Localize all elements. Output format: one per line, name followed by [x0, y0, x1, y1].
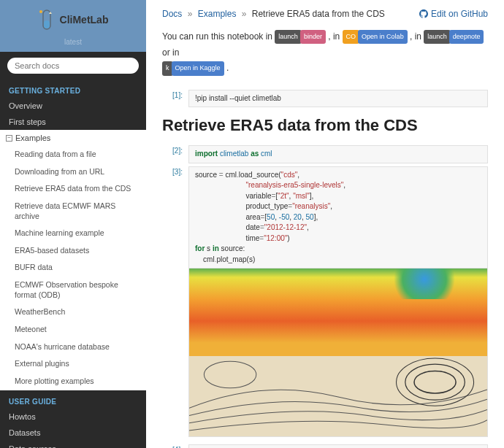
sub-meteonet[interactable]: Meteonet [0, 321, 146, 339]
edit-on-github[interactable]: Edit on GitHub [419, 9, 488, 19]
sidebar: CliMetLab latest GETTING STARTED Overvie… [0, 0, 146, 448]
cell-4-prompt: [4]: [162, 444, 183, 448]
breadcrumb-sep: » [188, 9, 193, 19]
sub-noaa[interactable]: NOAA's hurricane database [0, 339, 146, 356]
cell-1: [1]: !pip install --quiet climetlab [162, 90, 488, 108]
top-row: Docs » Examples » Retrieve ERA5 data fro… [162, 9, 488, 19]
sub-bufr[interactable]: BUFR data [0, 259, 146, 277]
run-notebook-line: You can run this notebook in launchbinde… [162, 29, 488, 77]
sub-download-url[interactable]: Downloading from an URL [0, 163, 146, 181]
breadcrumb-root[interactable]: Docs [162, 9, 182, 19]
nav-datasets[interactable]: Datasets [0, 425, 146, 441]
nav-examples-group: − Examples Reading data from a file Down… [0, 130, 146, 390]
sub-era5-datasets[interactable]: ERA5-based datasets [0, 242, 146, 260]
logo[interactable]: CliMetLab [9, 7, 137, 35]
logo-icon [38, 7, 56, 32]
badge-binder-r[interactable]: binder [300, 30, 326, 44]
breadcrumb-current: Retrieve ERA5 data from the CDS [252, 9, 385, 19]
nav-data-sources[interactable]: Data sources [0, 441, 146, 448]
sub-reading-data[interactable]: Reading data from a file [0, 146, 146, 163]
cell-4: [4]: source = cml.load_source("cds", "re… [162, 444, 488, 448]
collapse-icon: − [6, 135, 12, 142]
badge-binder-l[interactable]: launch [275, 30, 302, 44]
badge-colab-l[interactable]: CO [343, 30, 360, 44]
sidebar-header: CliMetLab latest [0, 0, 146, 52]
sub-weatherbench[interactable]: WeatherBench [0, 304, 146, 321]
badge-deepnote-r[interactable]: deepnote [449, 30, 484, 44]
cell-3-code: source = cml.load_source("cds", "reanaly… [188, 166, 488, 269]
breadcrumb: Docs » Examples » Retrieve ERA5 data fro… [162, 9, 385, 19]
breadcrumb-examples[interactable]: Examples [198, 9, 237, 19]
output-maps [188, 269, 488, 437]
badge-deepnote-l[interactable]: launch [424, 30, 451, 44]
sub-ecmwf-mars[interactable]: Retrieve data ECMWF MARS archive [0, 198, 146, 225]
section-getting-started: GETTING STARTED [0, 80, 146, 98]
github-icon [419, 9, 428, 18]
svg-point-2 [39, 10, 42, 13]
nav-examples-label: Examples [15, 134, 50, 142]
sub-era5-cds[interactable]: Retrieve ERA5 data from the CDS [0, 180, 146, 198]
main-content: Docs » Examples » Retrieve ERA5 data fro… [146, 0, 504, 448]
cell-3: [3]: source = cml.load_source("cds", "re… [162, 166, 488, 438]
cell-1-code: !pip install --quiet climetlab [188, 90, 488, 108]
version-label: latest [9, 38, 137, 46]
cell-2-prompt: [2]: [162, 145, 183, 163]
cell-4-code: source = cml.load_source("cds", "reanaly… [188, 444, 488, 448]
breadcrumb-sep: » [242, 9, 247, 19]
nav-overview[interactable]: Overview [0, 98, 146, 114]
site-name: CliMetLab [60, 14, 109, 26]
page-title: Retrieve ERA5 data from the CDS [162, 116, 488, 135]
badge-kaggle-r[interactable]: Open in Kaggle [172, 61, 224, 75]
nav-examples[interactable]: − Examples [0, 130, 146, 146]
cell-3-prompt: [3]: [162, 166, 183, 438]
nav-howtos[interactable]: Howtos [0, 409, 146, 425]
svg-point-6 [204, 361, 256, 388]
section-user-guide: USER GUIDE [0, 390, 146, 409]
svg-rect-1 [44, 20, 50, 28]
svg-point-3 [414, 371, 456, 394]
cell-1-prompt: [1]: [162, 90, 183, 108]
map-pressure [189, 356, 487, 436]
sub-odb[interactable]: ECMWF Observation bespoke format (ODB) [0, 277, 146, 304]
search-input[interactable] [7, 58, 139, 74]
cell-2-code: import climetlab as cml [188, 145, 488, 163]
sub-plugins[interactable]: External plugins [0, 355, 146, 373]
svg-point-5 [397, 358, 474, 406]
search-container [7, 58, 139, 74]
cell-2: [2]: import climetlab as cml [162, 145, 488, 163]
badge-colab-r[interactable]: Open in Colab [358, 30, 408, 44]
sub-ml-example[interactable]: Machine learning example [0, 225, 146, 242]
nav-first-steps[interactable]: First steps [0, 114, 146, 130]
github-label: Edit on GitHub [431, 9, 488, 19]
sub-more-plotting[interactable]: More plotting examples [0, 373, 146, 390]
map-temperature [189, 269, 487, 356]
